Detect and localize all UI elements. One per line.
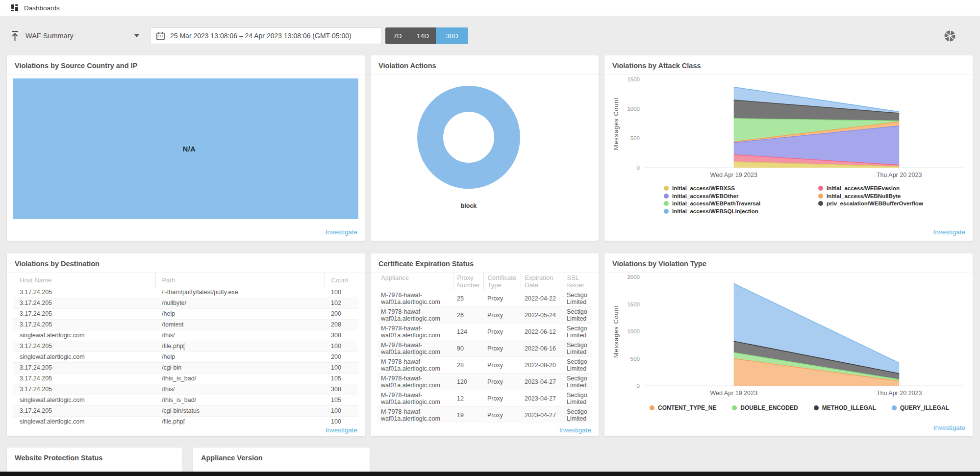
table-cell: 208 bbox=[325, 320, 358, 330]
panel-violations-by-source: Violations by Source Country and IP N/A … bbox=[7, 55, 365, 241]
table-row: 3.17.24.205/nullbyte/102 bbox=[13, 298, 358, 309]
range-button-7d[interactable]: 7D bbox=[385, 27, 410, 44]
table-cell: 2022-06-16 bbox=[521, 340, 563, 357]
table-row: M-7978-hawaf-waf01a.alertlogic.com124Pro… bbox=[377, 324, 592, 340]
table-cell: 3.17.24.205 bbox=[13, 341, 155, 352]
investigate-link[interactable]: Investigate bbox=[559, 426, 591, 434]
svg-text:Wed Apr 19 2023: Wed Apr 19 2023 bbox=[710, 390, 757, 397]
svg-text:Messages Count: Messages Count bbox=[613, 97, 620, 150]
legend-item[interactable]: QUERY_ILLEGAL bbox=[892, 404, 949, 411]
table-cell: /file.php[ bbox=[155, 417, 325, 425]
panel-title: Violations by Destination bbox=[7, 253, 365, 273]
table-cell: 2022-04-22 bbox=[521, 290, 563, 307]
legend-label: DOUBLE_ENCODED bbox=[740, 404, 798, 411]
table-row: M-7978-hawaf-waf01a.alertlogic.com25Prox… bbox=[377, 290, 592, 307]
attack-class-area-chart[interactable]: 050010001500Messages CountWed Apr 19 202… bbox=[612, 76, 965, 181]
svg-text:0: 0 bbox=[637, 383, 640, 389]
legend-item[interactable]: initial_access/WEBXSS bbox=[664, 185, 785, 192]
column-header: Certificate Type bbox=[483, 273, 521, 290]
table-cell: Proxy bbox=[483, 374, 521, 390]
legend-item[interactable]: initial_access/WEBNullByte bbox=[818, 193, 940, 200]
table-cell: 26 bbox=[453, 307, 483, 324]
table-cell: Sectigo Limited bbox=[563, 340, 592, 357]
table-cell: M-7978-hawaf-waf01a.alertlogic.com bbox=[377, 407, 453, 424]
table-cell: 200 bbox=[325, 352, 358, 363]
legend-dot bbox=[650, 405, 654, 410]
svg-text:Thu Apr 20 2023: Thu Apr 20 2023 bbox=[877, 390, 922, 397]
legend-label: priv_escalation/WEBBufferOverflow bbox=[827, 200, 923, 207]
dashboard-selector[interactable]: WAF Summary bbox=[11, 27, 139, 44]
table-cell: 19 bbox=[453, 407, 483, 424]
table-cell: /file.php[ bbox=[155, 341, 325, 352]
range-button-group: 7D14D30D bbox=[385, 27, 468, 44]
investigate-link[interactable]: Investigate bbox=[326, 228, 357, 236]
panel-certificate-expiration: Certificate Expiration Status ApplianceP… bbox=[371, 253, 599, 436]
table-cell: M-7978-hawaf-waf01a.alertlogic.com bbox=[377, 340, 453, 357]
legend-item[interactable]: DOUBLE_ENCODED bbox=[732, 404, 798, 411]
investigate-link[interactable]: Investigate bbox=[933, 228, 965, 236]
table-cell: Sectigo Limited bbox=[563, 324, 592, 340]
panel-title: Appliance Version bbox=[193, 448, 370, 467]
investigate-link[interactable]: Investigate bbox=[326, 426, 357, 434]
legend-dot bbox=[664, 186, 669, 191]
legend-item[interactable]: priv_escalation/WEBBufferOverflow bbox=[818, 200, 940, 207]
range-button-30d[interactable]: 30D bbox=[436, 27, 468, 44]
legend-item[interactable]: block bbox=[461, 202, 477, 209]
destination-table: Host NamePathCount 3.17.24.205/~tham/put… bbox=[13, 273, 358, 425]
legend-dot bbox=[818, 186, 823, 191]
legend-label: CONTENT_TYPE_NE bbox=[658, 404, 716, 411]
column-header: Proxy Number bbox=[453, 273, 483, 290]
svg-text:500: 500 bbox=[630, 135, 640, 141]
panel-violation-actions: Violation Actions block bbox=[371, 55, 599, 241]
investigate-link[interactable]: Investigate bbox=[933, 424, 965, 431]
range-button-14d[interactable]: 14D bbox=[410, 27, 436, 44]
column-header: Path bbox=[155, 273, 325, 287]
table-cell: 28 bbox=[453, 357, 483, 374]
table-cell: Proxy bbox=[483, 390, 521, 407]
violation-type-legend: CONTENT_TYPE_NEDOUBLE_ENCODEDMETHOD_ILLE… bbox=[650, 404, 973, 411]
source-country-treemap[interactable]: N/A bbox=[13, 78, 358, 219]
svg-text:Thu Apr 20 2023: Thu Apr 20 2023 bbox=[877, 172, 922, 178]
legend-item[interactable]: initial_access/WEBSQLInjection bbox=[664, 208, 785, 215]
snapshot-button[interactable] bbox=[944, 30, 956, 42]
legend-item[interactable]: METHOD_ILLEGAL bbox=[814, 404, 876, 411]
table-cell: singlewaf.alertlogic.com bbox=[13, 352, 155, 363]
legend-label: initial_access/WEBSQLInjection bbox=[672, 208, 758, 215]
legend-item[interactable]: initial_access/WEBPathTraversal bbox=[664, 200, 785, 207]
column-header: Count bbox=[325, 273, 358, 287]
table-cell: /cgi-bin bbox=[155, 363, 325, 374]
table-row: 3.17.24.205/help200 bbox=[13, 309, 358, 320]
table-cell: 100 bbox=[325, 287, 358, 298]
table-cell: 12 bbox=[453, 390, 483, 407]
table-cell: 3.17.24.205 bbox=[13, 287, 155, 298]
legend-item[interactable]: initial_access/WEBOther bbox=[664, 193, 785, 200]
legend-label: initial_access/WEBEvasion bbox=[827, 185, 900, 192]
table-cell: 120 bbox=[453, 374, 483, 390]
violation-type-area-chart[interactable]: 0500100015002000Messages CountWed Apr 19… bbox=[612, 275, 965, 397]
svg-text:1500: 1500 bbox=[627, 76, 640, 82]
legend-dot bbox=[664, 194, 669, 199]
legend-label: initial_access/WEBNullByte bbox=[827, 193, 901, 200]
violation-actions-donut-chart[interactable] bbox=[417, 86, 520, 189]
panel-title: Violations by Violation Type bbox=[604, 253, 973, 273]
legend-label: initial_access/WEBXSS bbox=[672, 185, 735, 192]
legend-item[interactable]: CONTENT_TYPE_NE bbox=[650, 404, 716, 411]
table-cell: M-7978-hawaf-waf01a.alertlogic.com bbox=[377, 307, 453, 324]
page-title: Dashboards bbox=[24, 4, 60, 12]
table-cell: /help bbox=[155, 352, 325, 363]
svg-text:1000: 1000 bbox=[627, 328, 640, 334]
table-cell: /nullbyte/ bbox=[155, 298, 325, 309]
table-cell: 100 bbox=[325, 406, 358, 417]
table-cell: 100 bbox=[325, 417, 358, 425]
table-row: 3.17.24.205/~tham/putty/latest/putty.exe… bbox=[13, 287, 358, 298]
date-range-picker[interactable]: 25 Mar 2023 13:08:06 – 24 Apr 2023 13:08… bbox=[150, 27, 381, 44]
table-cell: Sectigo Limited bbox=[563, 357, 592, 374]
legend-label: initial_access/WEBOther bbox=[672, 193, 739, 200]
table-cell: Proxy bbox=[483, 324, 521, 340]
top-nav: Dashboards bbox=[0, 0, 980, 16]
table-cell: 3.17.24.205 bbox=[13, 363, 155, 374]
table-row: 3.17.24.205/this_is_bad/105 bbox=[13, 374, 358, 384]
date-range-value: 25 Mar 2023 13:08:06 – 24 Apr 2023 13:08… bbox=[170, 32, 352, 40]
legend-item[interactable]: initial_access/WEBEvasion bbox=[818, 185, 940, 192]
table-row: M-7978-hawaf-waf01a.alertlogic.com90Prox… bbox=[377, 340, 592, 357]
